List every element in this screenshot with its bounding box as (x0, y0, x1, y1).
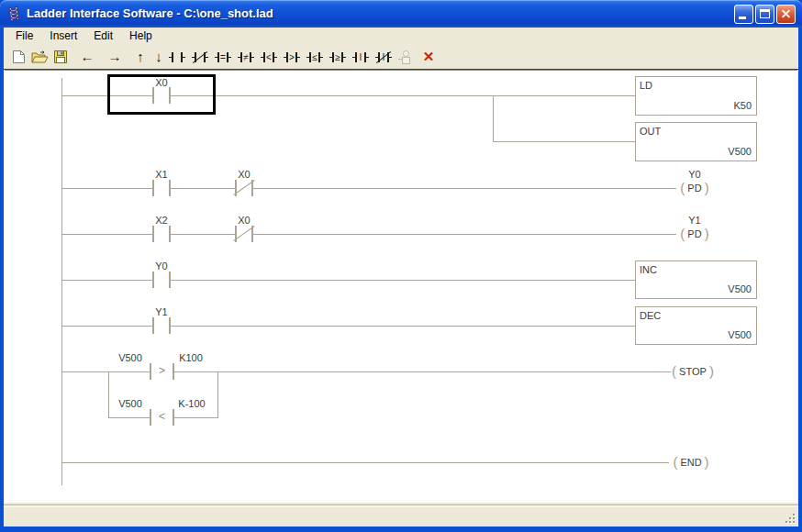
window-title: Ladder Interface Software - C:\one_shot.… (27, 0, 273, 28)
power-rail (61, 78, 62, 485)
contact-lt-icon: < (261, 51, 277, 63)
coil-paren (705, 456, 709, 469)
toolbar: ← → ↑ ↓ = ≠ < (4, 44, 798, 70)
box-operand: V500 (728, 283, 752, 294)
minimize-button[interactable] (734, 5, 753, 24)
coil-end[interactable]: END (672, 455, 709, 470)
cmp-right-operand: K100 (179, 352, 203, 363)
instruction-box-out[interactable]: OUT V500 (635, 122, 757, 161)
resize-grip[interactable] (784, 512, 796, 525)
maximize-button[interactable] (755, 5, 774, 24)
contact-ne-icon: ≠ (238, 51, 254, 63)
save-floppy-icon (53, 50, 68, 64)
contact-pulse-button[interactable]: I (351, 47, 371, 67)
contact-pulse-closed-icon: I (375, 51, 392, 63)
selection-box[interactable] (107, 74, 216, 115)
rung7-line (61, 462, 669, 463)
contact-lt-button[interactable]: < (259, 47, 279, 67)
new-file-button[interactable] (8, 47, 28, 67)
close-icon (780, 8, 792, 20)
coil-label-y0: Y0 (688, 169, 700, 180)
contact-x2[interactable] (152, 226, 171, 242)
arrow-down-icon: ↓ (155, 48, 162, 66)
rung1-branch-vline (493, 95, 494, 142)
box-op: DEC (640, 310, 661, 321)
contact-label-y1: Y1 (155, 306, 167, 317)
contact-gt-icon: > (284, 51, 300, 63)
contact-y0[interactable] (152, 272, 171, 288)
rung1-branch-hline (493, 141, 635, 142)
instruction-box-dec[interactable]: DEC V500 (635, 306, 757, 345)
contact-label-x2: X2 (155, 215, 167, 226)
contact-ge-button[interactable]: ≥ (328, 47, 348, 67)
coil-paren (705, 227, 709, 240)
delete-element-button[interactable]: ✕ (418, 47, 439, 67)
contact-gt-button[interactable]: > (282, 47, 302, 67)
compare-contact-lt[interactable]: < (150, 409, 174, 426)
move-down-button[interactable]: ↓ (149, 47, 169, 67)
box-operand: K50 (733, 100, 752, 111)
contact-ge-icon: ≥ (329, 51, 346, 63)
status-bar (4, 504, 798, 526)
move-right-button[interactable]: → (105, 47, 125, 67)
coil-stop[interactable]: STOP (671, 364, 715, 379)
contact-no-button[interactable] (167, 47, 187, 67)
rung5-line (61, 326, 635, 327)
rung6-branch-vline-right (217, 371, 218, 418)
contact-pulse-closed-button[interactable]: I (373, 47, 394, 67)
box-op: LD (640, 80, 652, 91)
instruction-box-inc[interactable]: INC V500 (635, 260, 757, 299)
menu-bar: File Insert Edit Help (4, 28, 798, 44)
compare-contact-gt[interactable]: > (150, 363, 174, 380)
open-folder-icon (31, 50, 49, 64)
branch-icon (398, 50, 413, 64)
coil-y1-pd[interactable]: PD (679, 227, 709, 241)
box-operand: V500 (728, 329, 752, 340)
contact-x1[interactable] (152, 180, 171, 196)
contact-label-y0: Y0 (155, 260, 167, 272)
coil-label-y1: Y1 (688, 215, 700, 226)
contact-no-icon (169, 51, 185, 63)
contact-y1[interactable] (152, 317, 171, 334)
coil-y0-pd[interactable]: PD (679, 181, 709, 195)
menu-insert[interactable]: Insert (41, 28, 85, 44)
menu-file[interactable]: File (7, 28, 41, 44)
minimize-icon (739, 17, 746, 19)
contact-le-button[interactable]: ≤ (305, 47, 325, 67)
rung4-line (61, 280, 635, 281)
contact-le-icon: ≤ (306, 51, 323, 63)
window-body: File Insert Edit Help (4, 28, 798, 526)
arrow-up-icon: ↑ (137, 48, 144, 66)
contact-label-x1: X1 (155, 169, 167, 180)
menu-help[interactable]: Help (121, 28, 161, 44)
new-file-icon (12, 50, 26, 64)
contact-label-x0-nc: X0 (238, 215, 250, 226)
box-op: OUT (640, 126, 661, 137)
contact-label-x0-nc: X0 (238, 169, 250, 180)
app-ladder-icon (6, 6, 22, 21)
delete-x-icon: ✕ (423, 48, 435, 66)
box-operand: V500 (728, 146, 752, 157)
contact-x0-nc[interactable] (235, 226, 253, 242)
menu-edit[interactable]: Edit (85, 28, 121, 44)
save-file-button[interactable] (50, 47, 71, 67)
insert-branch-button-disabled (395, 47, 416, 67)
move-left-button[interactable]: ← (77, 47, 97, 67)
contact-eq-button[interactable]: = (213, 47, 233, 67)
coil-paren (705, 182, 709, 194)
open-file-button[interactable] (29, 47, 50, 67)
cmp-left-operand: V500 (118, 398, 142, 409)
contact-eq-icon: = (215, 51, 231, 63)
contact-nc-button[interactable] (190, 47, 210, 67)
move-up-button[interactable]: ↑ (130, 47, 150, 67)
contact-ne-button[interactable]: ≠ (236, 47, 256, 67)
title-bar[interactable]: Ladder Interface Software - C:\one_shot.… (0, 0, 802, 28)
contact-pulse-icon: I (352, 51, 369, 63)
ladder-canvas[interactable]: X0 LD K50 OUT V500 X1 X0 Y0 PD X2 (5, 70, 797, 503)
contact-nc-icon (192, 51, 208, 63)
instruction-box-ld[interactable]: LD K50 (635, 76, 757, 116)
close-button[interactable] (776, 5, 796, 24)
app-window: Ladder Interface Software - C:\one_shot.… (0, 0, 802, 532)
arrow-right-icon: → (108, 48, 122, 66)
contact-x0-nc[interactable] (235, 180, 253, 196)
